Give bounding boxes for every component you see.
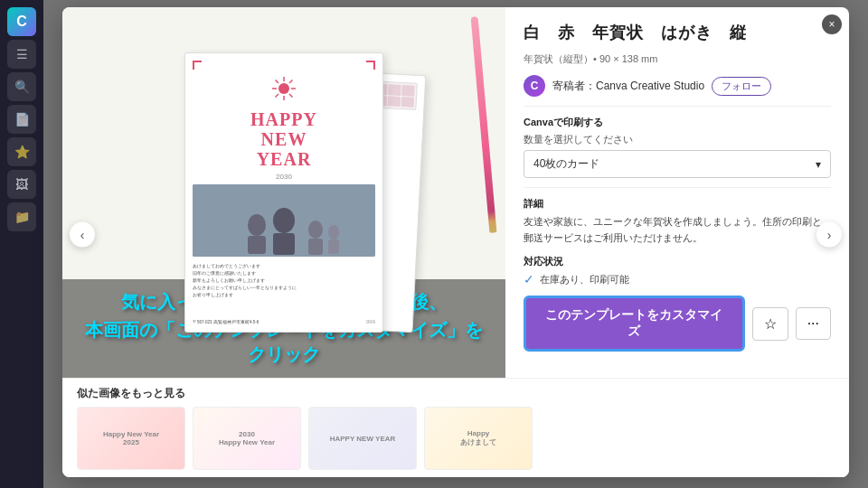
print-label: Canvaで印刷する [524,116,831,129]
postage-cell-3 [401,85,415,96]
detail-label: 詳細 [524,197,831,211]
quantity-value: 40枚のカード [533,156,599,172]
customize-button[interactable]: このテンプレートをカスタマイズ [524,296,745,352]
postcard-container: HAPPY NEW YEAR 2030 [184,52,383,333]
availability-label: 対応状況 [524,255,831,268]
svg-rect-15 [308,239,323,255]
template-title: 白 赤 年賀状 はがき 縦 [524,22,831,43]
contributor-name: 寄稿者：Canva Creative Studio [552,79,704,94]
svg-point-14 [308,221,323,239]
similar-label: 似た画像をもっと見る [77,386,835,401]
divider-2 [524,187,831,188]
divider-1 [524,106,831,107]
similar-img-2-text: 2030Happy New Year [215,427,278,450]
detail-section: 詳細 友達や家族に、ユニークな年賀状を作成しましょう。住所の印刷と郵送サービスは… [524,197,831,246]
image-panel: HAPPY NEW YEAR 2030 [62,7,505,378]
modal-body: HAPPY NEW YEAR 2030 [62,7,849,378]
check-icon: ✓ [524,272,534,286]
postage-cell-5 [387,96,401,107]
modal-overlay: × ‹ › [43,0,868,488]
svg-point-0 [278,83,289,94]
similar-image-2[interactable]: 2030Happy New Year [193,407,301,470]
svg-point-10 [248,214,266,236]
prev-arrow-button[interactable]: ‹ [70,222,95,248]
svg-rect-13 [273,233,295,255]
svg-rect-17 [328,239,339,254]
close-button[interactable]: × [822,14,842,34]
next-arrow-button[interactable]: › [816,222,842,248]
action-row: このテンプレートをカスタマイズ ☆ ··· [524,296,831,352]
sidebar-menu-icon[interactable]: ☰ [7,40,36,69]
card-number: 999 [366,319,375,324]
print-sub: 数量を選択してください [524,133,831,146]
sidebar-folder-icon[interactable]: 📁 [7,202,36,231]
print-section: Canvaで印刷する 数量を選択してください 40枚のカード ▾ [524,116,831,178]
quantity-dropdown[interactable]: 40枚のカード ▾ [524,150,831,178]
card-title: HAPPY NEW YEAR [193,109,375,169]
svg-line-8 [276,94,279,98]
year-text: 2030 [193,173,375,181]
template-modal: × ‹ › [62,7,849,477]
availability-row: ✓ 在庫あり、印刷可能 [524,272,831,286]
postage-cell-6 [401,97,414,108]
similar-images: Happy New Year2025 2030Happy New Year HA… [77,407,835,470]
family-photo [193,184,375,257]
more-options-button[interactable]: ··· [796,307,831,340]
sidebar-star-icon[interactable]: ⭐ [7,137,36,166]
corner-top-left [193,61,202,70]
card-address: 〒567-023 高覧福神戸市東町4-5-6 [193,320,259,324]
corner-top-right [366,61,375,70]
similar-image-4[interactable]: Happyあけまして [424,407,533,470]
contributor-avatar: C [524,75,545,97]
postage-cell-2 [388,84,401,95]
availability-section: 対応状況 ✓ 在庫あり、印刷可能 [524,255,831,286]
svg-rect-11 [248,236,266,254]
left-sidebar: C ☰ 🔍 📄 ⭐ 🖼 📁 [0,0,43,488]
svg-line-5 [276,80,279,84]
card-footer: 〒567-023 高覧福神戸市東町4-5-6 999 [193,319,375,324]
similar-img-4-text: Happyあけまして [457,426,500,451]
svg-point-12 [273,208,295,233]
contributor-row: C 寄稿者：Canva Creative Studio フォロー [524,75,831,97]
sidebar-image-icon[interactable]: 🖼 [7,170,36,199]
svg-line-7 [289,80,293,84]
dropdown-chevron-icon: ▾ [816,158,821,171]
follow-button[interactable]: フォロー [712,77,771,96]
sidebar-template-icon[interactable]: 📄 [7,105,36,134]
card-header [193,61,375,70]
svg-point-16 [328,225,339,239]
card-body-text: あけましておめでとうございます 旧年のご厚意に感謝いたします 新年もよろしくお願… [193,262,375,298]
template-subtitle: 年賀状（縦型）• 90 × 138 mm [524,52,831,66]
detail-text: 友達や家族に、ユニークな年賀状を作成しましょう。住所の印刷と郵送サービスはご利用… [524,214,831,246]
app-logo: C [7,7,36,36]
postcard-front: HAPPY NEW YEAR 2030 [184,52,383,333]
info-panel: 白 赤 年賀状 はがき 縦 年賀状（縦型）• 90 × 138 mm C 寄稿者… [505,7,849,378]
sun-decoration [270,75,297,102]
similar-image-3[interactable]: HAPPY NEW YEAR [308,407,417,470]
similar-bar: 似た画像をもっと見る Happy New Year2025 2030Happy … [62,378,849,477]
card-front-content: HAPPY NEW YEAR 2030 [185,53,382,332]
sidebar-search-icon[interactable]: 🔍 [7,72,36,101]
similar-image-1[interactable]: Happy New Year2025 [77,407,185,470]
svg-line-6 [289,94,293,98]
pen-decoration [471,16,497,233]
similar-img-3-text: HAPPY NEW YEAR [326,431,400,446]
star-button[interactable]: ☆ [752,307,788,341]
availability-status: 在庫あり、印刷可能 [540,273,629,286]
similar-img-1-text: Happy New Year2025 [99,427,163,450]
